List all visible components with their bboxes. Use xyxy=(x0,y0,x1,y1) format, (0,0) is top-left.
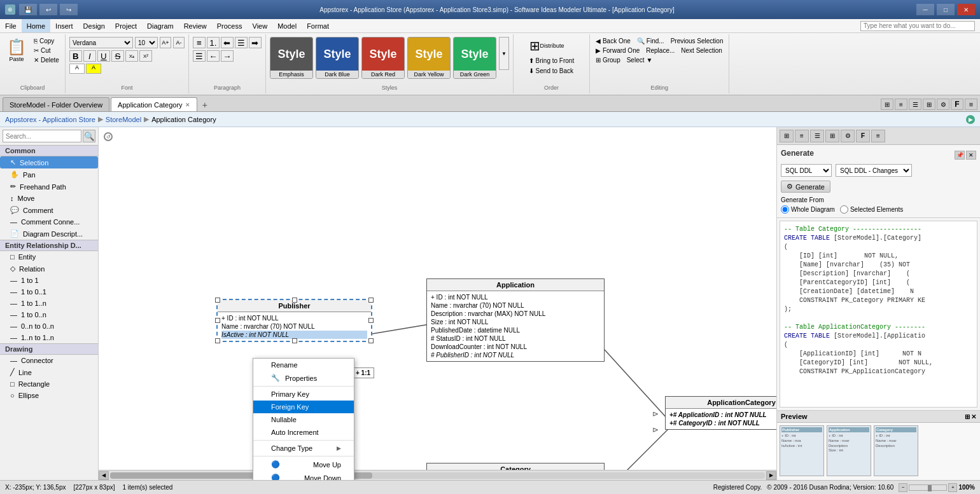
tool-entity[interactable]: □ Entity xyxy=(0,251,98,263)
app-field-publisher[interactable]: # PublisherID : int NOT NULL xyxy=(431,351,600,359)
font-family-select[interactable]: Verdana xyxy=(69,37,133,48)
publisher-entity[interactable]: Publisher + ID : int NOT NULL Name : nva… xyxy=(216,299,372,342)
tab-add-btn[interactable]: + xyxy=(199,99,211,111)
tool-selection[interactable]: ↖ Selection xyxy=(0,156,98,168)
search-button[interactable]: 🔍 xyxy=(83,130,95,142)
ctx-primary-key[interactable]: Primary Key xyxy=(253,388,354,401)
replace-button[interactable]: Replace... xyxy=(644,46,676,55)
align-justify-btn[interactable]: ☰ xyxy=(193,50,206,62)
style-darkyellow-btn[interactable]: Style Dark Yellow xyxy=(407,37,451,79)
style-emphasis-btn[interactable]: Style Emphasis xyxy=(270,37,313,79)
ctx-move-up[interactable]: 🔵 Move Up xyxy=(253,458,354,471)
app-field-status[interactable]: # StatusID : int NOT NULL xyxy=(431,334,600,343)
appcategory-field-catid[interactable]: +# CategoryID : int NOT NULL xyxy=(669,419,776,427)
zoom-in-btn[interactable]: + xyxy=(948,483,957,492)
bold-btn[interactable]: B xyxy=(69,50,82,62)
tool-1to0n[interactable]: — 1 to 0..n xyxy=(0,309,98,320)
style-darkblue-btn[interactable]: Style Dark Blue xyxy=(316,37,359,79)
copy-button[interactable]: ⎘ Copy xyxy=(32,37,61,45)
scroll-left-btn[interactable]: ◀ xyxy=(99,471,109,480)
panel-close-btn[interactable]: ✕ xyxy=(966,151,976,160)
menu-diagram[interactable]: Diagram xyxy=(142,19,179,32)
panel-tool-btn-7[interactable]: ≡ xyxy=(871,130,885,142)
selected-elements-radio-label[interactable]: Selected Elements xyxy=(840,205,903,214)
panel-tool-btn-2[interactable]: ≡ xyxy=(795,130,809,142)
app-field-desc[interactable]: Description : nvarchar (MAX) NOT NULL xyxy=(431,310,600,318)
tool-1to1n[interactable]: — 1 to 1..n xyxy=(0,298,98,309)
canvas-area[interactable]: ↺ ⊳ ⊳ Publisher + ID xyxy=(99,127,776,480)
select-button[interactable]: Select ▼ xyxy=(625,56,655,64)
generate-button[interactable]: ⚙ Generate xyxy=(781,181,830,193)
next-selection-btn[interactable]: Next Selection xyxy=(679,46,724,55)
appcategory-entity[interactable]: ApplicationCategory +# ApplicationID : i… xyxy=(665,396,776,430)
tool-move[interactable]: ↕ Move xyxy=(0,193,98,204)
tool-1to1[interactable]: — 1 to 1 xyxy=(0,275,98,286)
tab-close-btn[interactable]: ✕ xyxy=(185,102,190,108)
app-field-id[interactable]: + ID : int NOT NULL xyxy=(431,293,600,301)
menu-file[interactable]: File xyxy=(0,19,22,32)
ctx-properties[interactable]: 🔧 Properties xyxy=(253,371,354,385)
delete-button[interactable]: ✕ Delete xyxy=(32,56,61,64)
superscript-btn[interactable]: X² xyxy=(139,50,152,62)
tool-diagram-description[interactable]: 📄 Diagram Descript... xyxy=(0,228,98,240)
tool-comment-connector[interactable]: — Comment Conne... xyxy=(0,216,98,228)
menu-format[interactable]: Format xyxy=(302,19,334,32)
tool-pan[interactable]: ✋ Pan xyxy=(0,168,98,181)
tool-0nto0n[interactable]: — 0..n to 0..n xyxy=(0,320,98,332)
panel-pin-btn[interactable]: 📌 xyxy=(955,151,965,160)
styles-expand-btn[interactable]: ▼ xyxy=(499,37,509,70)
italic-btn[interactable]: I xyxy=(83,50,96,62)
close-btn[interactable]: ✕ xyxy=(957,4,975,15)
breadcrumb-storemodel[interactable]: StoreModel xyxy=(106,116,141,123)
preview-expand-icon[interactable]: ⊞ xyxy=(965,413,970,420)
tool-ellipse[interactable]: ○ Ellipse xyxy=(0,390,98,401)
zoom-slider-thumb[interactable] xyxy=(928,485,932,491)
paste-button[interactable]: 📋 Paste xyxy=(4,37,29,64)
whole-diagram-radio[interactable] xyxy=(781,205,789,214)
menu-home[interactable]: Home xyxy=(22,19,50,32)
undo-btn[interactable]: ↩ xyxy=(39,4,57,15)
underline-btn[interactable]: U xyxy=(97,50,110,62)
handle-tr[interactable] xyxy=(368,298,374,303)
whole-diagram-radio-label[interactable]: Whole Diagram xyxy=(781,205,835,214)
list-btn[interactable]: ≡ xyxy=(193,37,206,48)
handle-tl[interactable] xyxy=(215,298,220,303)
indent-more-btn[interactable]: → xyxy=(221,50,234,62)
tool-1to01[interactable]: — 1 to 0..1 xyxy=(0,286,98,298)
app-field-name[interactable]: Name : nvarchar (70) NOT NULL xyxy=(431,301,600,310)
style-darkred-btn[interactable]: Style Dark Red xyxy=(361,37,405,79)
ctx-nullable[interactable]: Nullable xyxy=(253,413,354,426)
distribute-button[interactable]: ⊞ Distribute xyxy=(527,37,567,55)
font-size-select[interactable]: 10 xyxy=(135,37,158,48)
ctx-foreign-key[interactable]: Foreign Key xyxy=(253,401,354,413)
tab-application-category[interactable]: Application Category ✕ xyxy=(111,97,197,111)
diagram-tool-btn-3[interactable]: ☰ xyxy=(909,99,921,110)
search-input[interactable] xyxy=(3,130,81,142)
publisher-field-id[interactable]: + ID : int NOT NULL xyxy=(221,314,367,322)
ctx-move-down[interactable]: 🔵 Move Down xyxy=(253,471,354,480)
app-field-size[interactable]: Size : int NOT NULL xyxy=(431,318,600,326)
zoom-slider-track[interactable] xyxy=(909,484,947,491)
align-left-btn[interactable]: ⬅ xyxy=(221,37,234,48)
sql-changes-select[interactable]: SQL DDL - Changes xyxy=(836,164,912,177)
diagram-tool-btn-2[interactable]: ≡ xyxy=(895,99,907,110)
align-right-btn[interactable]: ➡ xyxy=(249,37,262,48)
tool-connector[interactable]: — Connector xyxy=(0,355,98,366)
app-field-counter[interactable]: DownloadCounter : int NOT NULL xyxy=(431,343,600,351)
diagram-tool-btn-7[interactable]: ≡ xyxy=(965,99,977,110)
menu-project[interactable]: Project xyxy=(110,19,142,32)
menu-model[interactable]: Model xyxy=(272,19,302,32)
menu-review[interactable]: Review xyxy=(179,19,212,32)
menu-view[interactable]: View xyxy=(248,19,273,32)
panel-tool-btn-1[interactable]: ⊞ xyxy=(780,130,794,142)
group-button[interactable]: ⊞ Group xyxy=(594,56,622,64)
panel-tool-btn-3[interactable]: ☰ xyxy=(810,130,824,142)
publisher-field-name[interactable]: Name : nvarchar (70) NOT NULL xyxy=(221,322,367,331)
handle-bl[interactable] xyxy=(215,338,220,343)
font-decrease-btn[interactable]: A- xyxy=(173,37,185,48)
panel-tool-btn-4[interactable]: ⊞ xyxy=(825,130,839,142)
panel-tool-btn-6[interactable]: F xyxy=(856,130,870,142)
back-one-button[interactable]: ◀ Back One xyxy=(594,37,633,45)
tool-freehand[interactable]: ✏ Freehand Path xyxy=(0,181,98,193)
numbered-list-btn[interactable]: 1. xyxy=(207,37,220,48)
